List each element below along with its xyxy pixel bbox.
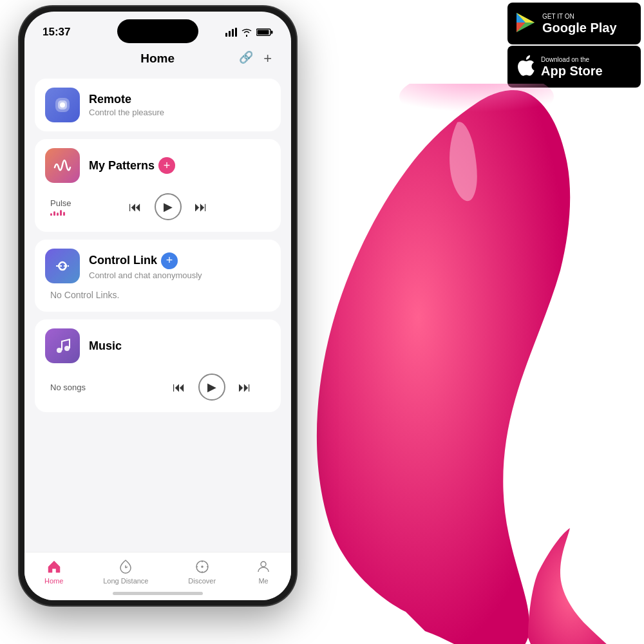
patterns-next-btn[interactable]: ⏭ [194, 200, 207, 214]
remote-title: Remote [89, 93, 164, 106]
control-link-icon [45, 249, 80, 283]
svg-point-27 [261, 562, 266, 567]
svg-point-20 [64, 346, 70, 351]
status-icons [225, 28, 273, 37]
remote-text: Remote Control the pleasure [89, 93, 164, 117]
no-songs-label: No songs [50, 383, 158, 392]
wifi-icon [241, 28, 252, 37]
patterns-play-btn[interactable]: ▶ [155, 193, 182, 220]
patterns-prev-btn[interactable]: ⏮ [129, 200, 142, 214]
google-play-text: GET IT ON Google Play [542, 13, 617, 35]
nav-icons: 🔗 + [239, 50, 272, 67]
long-distance-tab-icon [118, 559, 133, 574]
remote-card-header: Remote Control the pleasure [45, 88, 270, 122]
app-store-badge[interactable]: Download on the App Store [507, 46, 641, 88]
discover-tab-icon [194, 559, 210, 574]
home-indicator [113, 592, 203, 595]
patterns-playback: ⏮ ▶ ⏭ [71, 193, 265, 220]
control-link-title: Control Link [89, 254, 157, 267]
music-next-btn[interactable]: ⏭ [238, 380, 251, 395]
svg-rect-14 [258, 30, 269, 35]
tab-long-distance[interactable]: Long Distance [103, 559, 148, 585]
svg-rect-13 [271, 31, 273, 34]
tab-me[interactable]: Me [256, 559, 271, 585]
phone-screen: 15:37 [24, 12, 291, 600]
remote-icon [45, 88, 80, 122]
apple-icon [515, 54, 535, 80]
patterns-title-row: My Patterns + [89, 157, 175, 174]
music-play-btn[interactable]: ▶ [198, 374, 225, 401]
control-link-card[interactable]: Control Link + Control and chat anonymou… [35, 240, 281, 312]
tab-long-distance-label: Long Distance [103, 577, 148, 585]
nav-bar: Home 🔗 + [24, 44, 291, 73]
music-title: Music [89, 339, 122, 353]
battery-icon [256, 28, 273, 37]
phone-wrapper: 15:37 [19, 6, 309, 625]
music-controls: No songs ⏮ ▶ ⏭ [45, 371, 270, 403]
status-time: 15:37 [43, 26, 70, 39]
phone-device: 15:37 [19, 6, 296, 605]
tab-home-label: Home [44, 577, 63, 585]
signal-icon [225, 28, 237, 37]
control-link-header: Control Link + Control and chat anonymou… [45, 249, 270, 283]
add-icon[interactable]: + [263, 50, 272, 67]
svg-rect-9 [229, 31, 231, 37]
music-card[interactable]: Music No songs ⏮ ▶ ⏭ [35, 319, 281, 412]
tab-discover-label: Discover [188, 577, 216, 585]
patterns-controls: Pulse ⏮ ▶ ⏭ [45, 191, 270, 223]
tab-discover[interactable]: Discover [188, 559, 216, 585]
svg-rect-11 [235, 28, 237, 37]
control-link-title-row: Control Link + [89, 252, 202, 269]
pulse-label: Pulse [50, 198, 71, 216]
control-link-text-wrapper: Control Link + Control and chat anonymou… [89, 252, 202, 280]
svg-point-19 [57, 348, 62, 353]
music-card-header: Music [45, 328, 270, 363]
nav-title: Home [140, 52, 175, 66]
store-badges-container: GET IT ON Google Play Download on the Ap… [507, 3, 641, 89]
cards-container: Remote Control the pleasure [24, 73, 291, 417]
me-tab-icon [256, 559, 271, 574]
patterns-icon [45, 148, 80, 183]
patterns-card[interactable]: My Patterns + Pulse [35, 139, 281, 232]
svg-rect-8 [225, 33, 227, 37]
svg-rect-10 [232, 29, 234, 37]
music-playback: ⏮ ▶ ⏭ [158, 374, 265, 401]
home-tab-icon [46, 559, 62, 574]
google-play-badge[interactable]: GET IT ON Google Play [507, 3, 641, 44]
tab-me-label: Me [258, 577, 268, 585]
music-prev-btn[interactable]: ⏮ [173, 380, 185, 395]
control-link-add-btn[interactable]: + [161, 252, 178, 269]
remote-card[interactable]: Remote Control the pleasure [35, 79, 281, 131]
product-image [277, 84, 644, 644]
music-icon [45, 328, 80, 363]
google-play-icon [515, 12, 536, 35]
control-link-subtitle: Control and chat anonymously [89, 270, 202, 280]
remote-subtitle: Control the pleasure [89, 108, 164, 117]
svg-point-17 [60, 102, 65, 108]
app-store-text: Download on the App Store [541, 56, 603, 78]
no-control-links-text: No Control Links. [45, 283, 270, 303]
patterns-title: My Patterns [89, 159, 155, 173]
tab-home[interactable]: Home [44, 559, 63, 585]
patterns-add-btn[interactable]: + [158, 157, 175, 174]
link-icon[interactable]: 🔗 [239, 50, 253, 67]
svg-point-26 [202, 566, 203, 567]
dynamic-island [117, 19, 198, 43]
patterns-card-header: My Patterns + [45, 148, 270, 183]
